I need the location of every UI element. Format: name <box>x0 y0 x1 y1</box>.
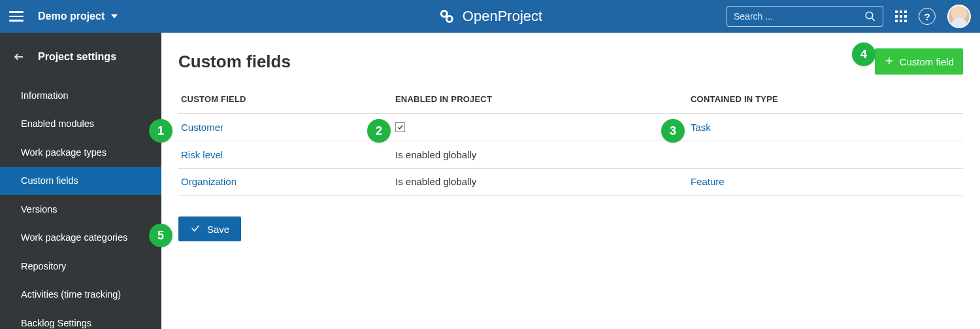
search-input[interactable] <box>734 11 864 22</box>
table-row: CustomerTask <box>178 113 963 141</box>
apps-icon[interactable] <box>895 10 907 22</box>
search-icon[interactable] <box>864 10 876 22</box>
plus-icon <box>884 56 894 68</box>
sidebar-item-backlog-settings[interactable]: Backlog Settings <box>0 309 161 329</box>
table-row: OrganizationIs enabled globallyFeature <box>178 168 963 196</box>
chevron-down-icon <box>111 14 118 18</box>
sidebar-item-label: Repository <box>21 261 66 271</box>
svg-line-1 <box>872 18 875 21</box>
sidebar-back[interactable]: Project settings <box>0 33 161 81</box>
enabled-text: Is enabled globally <box>395 149 476 160</box>
table-row: Risk levelIs enabled globally <box>178 141 963 168</box>
save-button[interactable]: Save <box>178 216 241 241</box>
callout-1: 1 <box>149 119 172 143</box>
sidebar: Project settings InformationEnabled modu… <box>0 33 161 329</box>
sidebar-item-enabled-modules[interactable]: Enabled modules <box>0 110 161 139</box>
sidebar-item-work-package-types[interactable]: Work package types <box>0 138 161 167</box>
brand-name: OpenProject <box>463 8 542 25</box>
type-link[interactable]: Feature <box>691 176 725 187</box>
openproject-logo-icon <box>438 7 456 26</box>
check-icon <box>190 223 201 235</box>
hamburger-icon[interactable] <box>9 9 24 24</box>
project-name: Demo project <box>38 10 105 22</box>
add-button-label: Custom field <box>900 56 954 67</box>
enabled-text: Is enabled globally <box>395 176 476 187</box>
sidebar-item-label: Custom fields <box>21 175 78 186</box>
main-content: Custom fields Custom field CUSTOM FIELD … <box>161 33 980 329</box>
page-title: Custom fields <box>178 52 291 72</box>
callout-3: 3 <box>661 119 685 143</box>
brand: OpenProject <box>438 7 542 26</box>
custom-field-link[interactable]: Customer <box>181 122 223 133</box>
callout-2: 2 <box>367 119 391 143</box>
custom-field-link[interactable]: Risk level <box>181 149 223 160</box>
sidebar-title: Project settings <box>38 51 116 63</box>
save-button-label: Save <box>207 224 229 235</box>
col-header-enabled: ENABLED IN PROJECT <box>395 94 691 104</box>
sidebar-item-label: Enabled modules <box>21 118 94 129</box>
sidebar-item-repository[interactable]: Repository <box>0 252 161 281</box>
sidebar-item-label: Versions <box>21 204 57 215</box>
sidebar-item-label: Work package types <box>21 147 106 158</box>
sidebar-item-label: Work package categories <box>21 232 127 243</box>
sidebar-item-custom-fields[interactable]: Custom fields <box>0 167 161 196</box>
table-header: CUSTOM FIELD ENABLED IN PROJECT CONTAINE… <box>178 94 963 113</box>
col-header-type: CONTAINED IN TYPE <box>691 94 960 104</box>
project-selector[interactable]: Demo project <box>38 10 118 22</box>
sidebar-item-label: Backlog Settings <box>21 318 91 328</box>
search-box[interactable] <box>727 6 883 27</box>
top-nav: Demo project OpenProject ? <box>0 0 980 33</box>
callout-4: 4 <box>852 43 875 66</box>
arrow-left-icon <box>13 51 25 63</box>
custom-field-link[interactable]: Organization <box>181 176 237 187</box>
add-custom-field-button[interactable]: Custom field <box>875 48 963 75</box>
avatar[interactable] <box>947 5 971 28</box>
header-right: ? <box>727 5 971 28</box>
sidebar-item-information[interactable]: Information <box>0 81 161 110</box>
svg-point-0 <box>866 12 873 19</box>
enabled-checkbox[interactable] <box>395 122 405 132</box>
sidebar-item-label: Information <box>21 90 69 101</box>
sidebar-item-activities-time-tracking-[interactable]: Activities (time tracking) <box>0 281 161 309</box>
type-link[interactable]: Task <box>691 122 711 133</box>
help-icon[interactable]: ? <box>919 8 936 25</box>
callout-5: 5 <box>149 224 172 247</box>
sidebar-item-work-package-categories[interactable]: Work package categories <box>0 224 161 252</box>
sidebar-item-versions[interactable]: Versions <box>0 195 161 224</box>
col-header-name: CUSTOM FIELD <box>181 94 395 104</box>
sidebar-item-label: Activities (time tracking) <box>21 289 121 300</box>
